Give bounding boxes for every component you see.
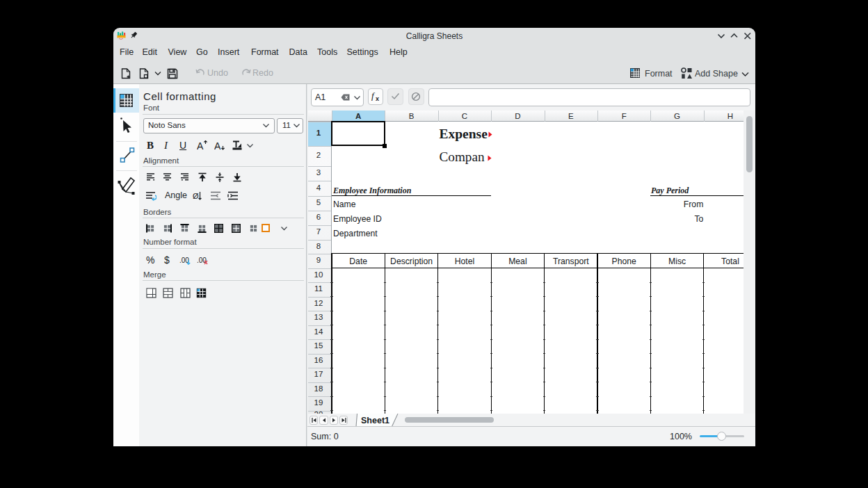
svg-text:A: A bbox=[197, 140, 204, 150]
svg-text:Ø: Ø bbox=[193, 192, 199, 200]
svg-text:A: A bbox=[214, 140, 221, 150]
svg-text:.00: .00 bbox=[179, 257, 189, 264]
